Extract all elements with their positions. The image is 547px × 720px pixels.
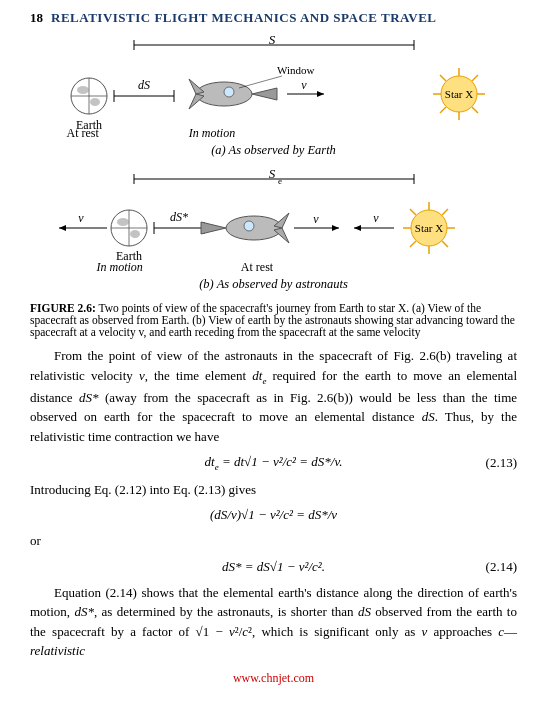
svg-text:S: S [268,36,275,47]
svg-point-46 [130,230,140,238]
svg-point-45 [117,218,129,226]
svg-marker-53 [201,222,226,234]
in-motion-label-a: In motion [189,126,235,141]
svg-line-32 [472,107,478,113]
svg-text:v: v [301,78,307,92]
eq-2-14-number: (2.14) [486,559,517,575]
svg-line-65 [410,209,416,215]
sub-caption-a: (a) As observed by Earth [211,143,336,158]
diagram-a-main: Earth dS Window v [29,54,519,134]
eq-2-13-number: (2.13) [486,455,517,471]
svg-point-8 [90,98,100,106]
svg-text:e: e [278,176,282,186]
svg-text:dS: dS [138,78,150,92]
introducing-line: Introducing Eq. (2.12) into Eq. (2.13) g… [30,480,517,500]
se-arrow-top: S e [124,170,424,188]
s-arrow-top: S [124,36,424,54]
svg-marker-22 [317,91,324,97]
svg-line-67 [410,241,416,247]
svg-line-20 [239,76,282,88]
svg-marker-40 [59,225,66,231]
body-paragraph-2: Equation (2.14) shows that the elemental… [30,583,517,661]
svg-point-7 [77,86,89,94]
svg-text:dS*: dS* [170,210,188,224]
svg-text:v: v [373,211,379,225]
svg-text:v: v [78,211,84,225]
svg-line-30 [472,75,478,81]
figure-label: FIGURE 2.6: [30,302,96,314]
svg-line-68 [442,241,448,247]
eq-2-13-content: dte = dt√1 − v²/c² = dS*/v. [205,454,343,472]
svg-point-56 [244,221,254,231]
bottom-url: www.chnjet.com [30,671,517,686]
diagram-a: S Earth dS [30,36,517,164]
at-rest-label-b: At rest [241,260,273,275]
eq-2-14-content: dS* = dS√1 − v²/c². [222,559,325,575]
equation-2-13b: (dS/v)√1 − v²/c² = dS*/v [30,507,517,523]
figure-caption-text: Two points of view of the spacecraft's j… [30,302,515,338]
in-motion-label-b: In motion [97,260,143,275]
body-paragraph-1: From the point of view of the astronauts… [30,346,517,446]
svg-text:Star X: Star X [444,88,472,100]
eq-2-13b-content: (dS/v)√1 − v²/c² = dS*/v [210,507,337,523]
svg-marker-71 [354,225,361,231]
svg-line-66 [442,209,448,215]
or-text: or [30,531,517,551]
svg-line-29 [440,75,446,81]
equation-2-13: dte = dt√1 − v²/c² = dS*/v. (2.13) [30,454,517,472]
sub-caption-b: (b) As observed by astronauts [199,277,348,292]
svg-line-31 [440,107,446,113]
svg-text:Window: Window [277,64,314,76]
at-rest-label-a: At rest [67,126,99,141]
svg-text:v: v [313,212,319,226]
svg-text:S: S [268,170,275,181]
svg-text:Star X: Star X [414,222,442,234]
svg-marker-58 [332,225,339,231]
figure-2-6: S Earth dS [30,36,517,338]
page-header: 18 RELATIVISTIC FLIGHT MECHANICS AND SPA… [30,10,517,26]
figure-caption: FIGURE 2.6: Two points of view of the sp… [30,302,517,338]
diagram-b-main: v Earth dS* [29,188,519,268]
page-title: RELATIVISTIC FLIGHT MECHANICS AND SPACE … [51,10,437,26]
equation-2-14: dS* = dS√1 − v²/c². (2.14) [30,559,517,575]
svg-marker-15 [252,88,277,100]
svg-point-18 [224,87,234,97]
page-number: 18 [30,10,43,26]
diagram-b: S e v Earth dS* [30,170,517,298]
